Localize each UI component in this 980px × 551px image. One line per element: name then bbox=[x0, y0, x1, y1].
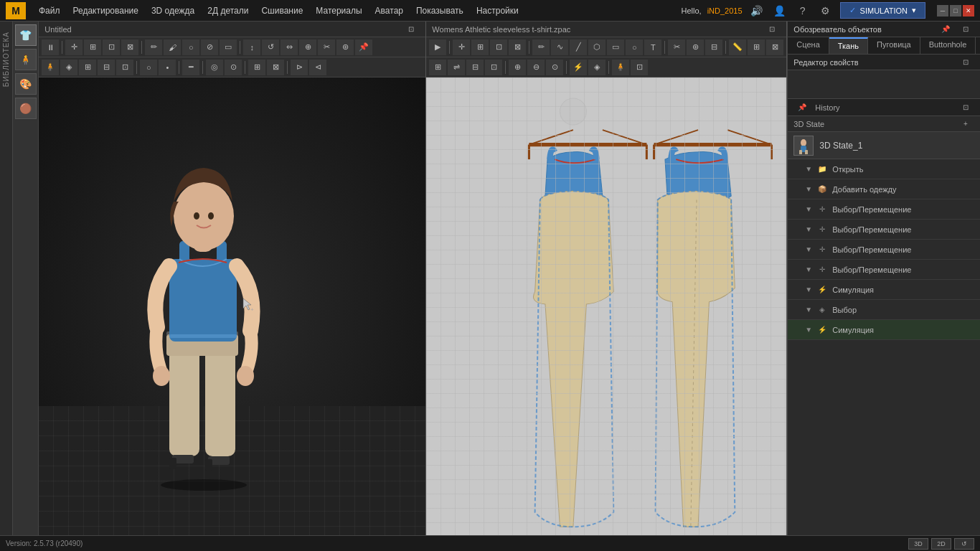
pattern-canvas[interactable] bbox=[426, 77, 786, 535]
history-item-5[interactable]: ▼ ✛ Выбор/Перемещение bbox=[788, 260, 980, 280]
tb-target2[interactable]: ⊙ bbox=[225, 60, 242, 75]
tb-tape2[interactable]: ⊠ bbox=[267, 60, 284, 75]
tb2-seam[interactable]: ⊟ bbox=[705, 39, 722, 55]
tb-sym[interactable]: ⊟ bbox=[98, 60, 115, 75]
tb2-curve[interactable]: ∿ bbox=[551, 39, 568, 55]
tb-paint[interactable]: 🖌 bbox=[164, 39, 181, 55]
tab-fabric[interactable]: Ткань bbox=[829, 37, 868, 54]
tb-nav2[interactable]: ⊲ bbox=[309, 60, 326, 75]
tb-line[interactable]: ⊘ bbox=[201, 39, 218, 55]
menu-edit[interactable]: Редактирование bbox=[67, 3, 144, 19]
history-item-2[interactable]: ▼ ✛ Выбор/Перемещение bbox=[788, 199, 980, 220]
user-icon[interactable]: 👤 bbox=[771, 2, 788, 19]
tb2-poly[interactable]: ⬡ bbox=[588, 39, 606, 55]
tb2-measure[interactable]: ⊞ bbox=[748, 39, 765, 55]
tb-circle[interactable]: ○ bbox=[140, 60, 157, 75]
history-item-0[interactable]: ▼ 📁 Открыть bbox=[788, 159, 980, 179]
tb-nav[interactable]: ⊳ bbox=[291, 60, 308, 75]
menu-settings[interactable]: Настройки bbox=[471, 3, 524, 19]
panel-icon-avatar[interactable]: 🧍 bbox=[15, 49, 37, 70]
tb-move[interactable]: ↕ bbox=[243, 39, 260, 55]
history-pin-icon[interactable]: 📌 bbox=[793, 99, 811, 116]
simulation-button[interactable]: ✓ SIMULATION ▾ bbox=[840, 2, 925, 19]
tb2-pen[interactable]: ✏ bbox=[532, 39, 550, 55]
history-item-6[interactable]: ▼ ⚡ Симуляция bbox=[788, 280, 980, 300]
tb-target[interactable]: ◎ bbox=[206, 60, 223, 75]
viewport-3d-expand[interactable]: ⊡ bbox=[402, 21, 420, 38]
tb2-arrange[interactable]: ⊞ bbox=[429, 60, 446, 75]
tb-knife[interactable]: ✂ bbox=[318, 39, 335, 55]
close-button[interactable]: ✕ bbox=[963, 5, 974, 17]
tb2-text[interactable]: T bbox=[644, 39, 661, 55]
tab-button[interactable]: Пуговица bbox=[868, 37, 920, 54]
menu-file[interactable]: Файл bbox=[33, 3, 66, 19]
maximize-button[interactable]: □ bbox=[950, 5, 961, 17]
panel-icon-fabric[interactable]: 🎨 bbox=[15, 73, 37, 95]
status-refresh-btn[interactable]: ↺ bbox=[954, 538, 974, 550]
scene-3d[interactable]: + bbox=[39, 77, 425, 535]
status-3d-btn[interactable]: 3D bbox=[908, 538, 928, 550]
tb2-sim[interactable]: ⚡ bbox=[570, 60, 587, 75]
tb-edit2[interactable]: ⊞ bbox=[79, 60, 96, 75]
history-item-1[interactable]: ▼ 📦 Добавить одежду bbox=[788, 179, 980, 199]
state-add-icon[interactable]: + bbox=[957, 116, 974, 133]
tb-lasso[interactable]: ○ bbox=[182, 39, 199, 55]
tb-scale[interactable]: ⇔ bbox=[281, 39, 298, 55]
settings-icon[interactable]: ⚙ bbox=[817, 2, 834, 19]
expand-icon[interactable]: ⊡ bbox=[957, 21, 974, 38]
menu-show[interactable]: Показывать bbox=[410, 3, 469, 19]
history-item-8[interactable]: ▼ ⚡ Симуляция bbox=[788, 320, 980, 340]
tb-transform[interactable]: ⊕ bbox=[299, 39, 316, 55]
pin-icon[interactable]: 📌 bbox=[937, 21, 954, 38]
tb2-circle[interactable]: ○ bbox=[626, 39, 643, 55]
tb-sym2[interactable]: ⊡ bbox=[116, 60, 133, 75]
menu-2d-details[interactable]: 2Д детали bbox=[202, 3, 254, 19]
tb2-tape[interactable]: ⊠ bbox=[766, 39, 783, 55]
tab-scene[interactable]: Сцена bbox=[788, 37, 829, 54]
state-item[interactable]: 3D State_1 bbox=[788, 132, 980, 159]
tb-select3[interactable]: ⊡ bbox=[103, 39, 120, 55]
tb2-sym[interactable]: ⊡ bbox=[485, 60, 502, 75]
menu-avatar[interactable]: Аватар bbox=[369, 3, 409, 19]
history-expand-icon[interactable]: ⊡ bbox=[957, 99, 974, 116]
tb2-flip[interactable]: ⇌ bbox=[448, 60, 465, 75]
tb2-knife[interactable]: ✂ bbox=[668, 39, 685, 55]
tb-avatar[interactable]: 🧍 bbox=[42, 60, 59, 75]
tb2-avatar-btn[interactable]: 🧍 bbox=[612, 60, 629, 75]
viewport-2d-expand[interactable]: ⊡ bbox=[763, 21, 781, 38]
tb-dot[interactable]: • bbox=[159, 60, 176, 75]
tb2-select2[interactable]: ✛ bbox=[453, 39, 470, 55]
menu-3d-clothing[interactable]: 3D одежда bbox=[146, 3, 200, 19]
app-logo[interactable]: M bbox=[6, 2, 26, 19]
tb2-mirror[interactable]: ⊟ bbox=[466, 60, 484, 75]
panel-icon-shirt[interactable]: 👕 bbox=[15, 24, 37, 46]
tb2-ruler[interactable]: 📏 bbox=[729, 39, 746, 55]
tb-pause[interactable]: ⏸ bbox=[42, 39, 59, 55]
tb-rotate[interactable]: ↺ bbox=[262, 39, 279, 55]
tb2-fit[interactable]: ⊙ bbox=[546, 60, 563, 75]
help-icon[interactable]: ? bbox=[794, 2, 811, 19]
history-item-4[interactable]: ▼ ✛ Выбор/Перемещение bbox=[788, 240, 980, 260]
tb-select2[interactable]: ⊞ bbox=[84, 39, 101, 55]
tb2-zoom-out[interactable]: ⊖ bbox=[527, 60, 545, 75]
tb-select4[interactable]: ⊠ bbox=[121, 39, 138, 55]
tb2-select3[interactable]: ⊞ bbox=[471, 39, 489, 55]
history-item-7[interactable]: ▼ ◈ Выбор bbox=[788, 300, 980, 320]
tb2-sim2[interactable]: ◈ bbox=[588, 60, 606, 75]
tb-stitch[interactable]: ⊛ bbox=[336, 39, 354, 55]
tb2-select5[interactable]: ⊠ bbox=[509, 39, 526, 55]
tb-edit[interactable]: ◈ bbox=[60, 60, 77, 75]
tb2-line[interactable]: ╱ bbox=[570, 39, 587, 55]
panel-icon-skin[interactable]: 🟤 bbox=[15, 98, 37, 119]
tb2-view[interactable]: ⊡ bbox=[631, 60, 648, 75]
tab-buttonhole[interactable]: Buttonhole bbox=[920, 37, 976, 54]
minimize-button[interactable]: ─ bbox=[937, 5, 948, 17]
history-item-3[interactable]: ▼ ✛ Выбор/Перемещение bbox=[788, 220, 980, 240]
tb-pen[interactable]: ✏ bbox=[145, 39, 162, 55]
tb-tape[interactable]: ⊞ bbox=[248, 60, 265, 75]
menu-sewing[interactable]: Сшивание bbox=[255, 3, 308, 19]
tb-rect[interactable]: ▭ bbox=[220, 39, 237, 55]
tb2-rect[interactable]: ▭ bbox=[607, 39, 624, 55]
status-2d-btn[interactable]: 2D bbox=[931, 538, 951, 550]
tb2-stitch[interactable]: ⊛ bbox=[687, 39, 704, 55]
